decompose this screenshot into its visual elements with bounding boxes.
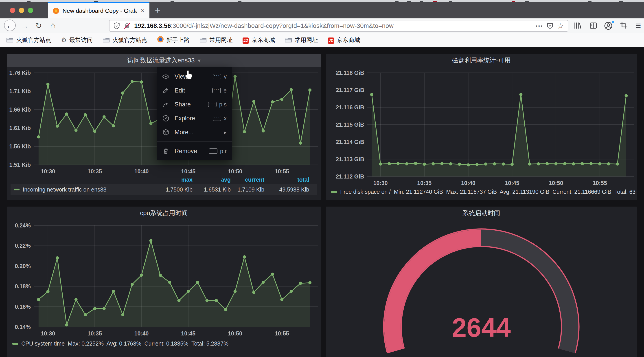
- menu-item-more[interactable]: More...▸: [157, 125, 232, 139]
- legend-header[interactable]: max: [146, 176, 192, 183]
- window-close-button[interactable]: [10, 8, 15, 13]
- grafana-favicon: [53, 8, 59, 14]
- legend-header[interactable]: total: [264, 176, 309, 183]
- legend-swatch: [331, 191, 337, 193]
- bookmark-item-3[interactable]: 新手上路: [157, 36, 190, 44]
- svg-text:21.117 GiB: 21.117 GiB: [336, 87, 364, 93]
- panel-menu-caret-icon[interactable]: ▾: [198, 58, 200, 64]
- account-icon[interactable]: [604, 22, 612, 30]
- menu-shortcut: p s: [219, 101, 227, 108]
- panel-title-network[interactable]: 访问数据流量进入ens33▾: [7, 54, 321, 67]
- bookmark-item-1[interactable]: ⚙最常访问: [61, 36, 93, 44]
- legend-series-name[interactable]: Incoming network traffic on ens33: [23, 186, 106, 193]
- svg-text:10:45: 10:45: [181, 330, 196, 336]
- grafana-dashboard: 访问数据流量进入ens33▾ 1.76 Kib1.71 Kib1.66 Kib1…: [0, 47, 644, 357]
- folder-icon: [285, 37, 292, 43]
- panel-title-cpu[interactable]: cpu系统占用时间: [7, 207, 321, 220]
- url-path: :3000/d/-jnlszjWz/new-dashboard-copy?org…: [171, 22, 394, 29]
- legend-cpu[interactable]: CPU system timeMax: 0.2252% Avg: 0.1763%…: [12, 340, 320, 347]
- disk-usage-chart[interactable]: 21.118 GiB21.117 GiB21.116 GiB21.115 GiB…: [326, 67, 637, 187]
- bookmark-label: 最常访问: [69, 36, 93, 44]
- cpu-chart[interactable]: 0.24%0.22%0.20%0.18%0.16%0.14%10:3010:35…: [7, 220, 321, 337]
- submenu-arrow-icon: ▸: [224, 129, 227, 136]
- library-icon[interactable]: [574, 22, 582, 30]
- bookmark-item-2[interactable]: 火狐官方站点: [102, 36, 148, 44]
- menu-item-view[interactable]: Viewv: [157, 70, 232, 84]
- legend-series-row[interactable]: Incoming network traffic on ens331.7500 …: [10, 184, 317, 195]
- bookmark-item-0[interactable]: 火狐官方站点: [6, 36, 51, 44]
- hamburger-menu-icon[interactable]: ≡: [636, 20, 641, 31]
- window-minimize-button[interactable]: [19, 8, 24, 13]
- url-text[interactable]: 192.168.3.56:3000/d/-jnlszjWz/new-dashbo…: [134, 22, 532, 30]
- bookmark-label: 常用网址: [294, 36, 318, 44]
- page-actions-icon[interactable]: ⋯: [536, 22, 543, 30]
- new-tab-button[interactable]: +: [155, 5, 161, 16]
- legend-disk[interactable]: Free disk space on /Min: 21.112740 GiB M…: [331, 189, 636, 195]
- forward-button[interactable]: →: [21, 21, 29, 31]
- legend-value: 1.7109 Kib: [231, 186, 264, 193]
- tracking-protection-shield-icon[interactable]: [114, 22, 120, 30]
- svg-text:1.71 Kib: 1.71 Kib: [9, 88, 31, 94]
- browser-tab[interactable]: New dashboard Copy - Grafana ×: [48, 2, 150, 19]
- panel-title-uptime[interactable]: 系统启动时间: [326, 207, 637, 220]
- svg-text:10:55: 10:55: [592, 180, 607, 186]
- svg-text:21.115 GiB: 21.115 GiB: [336, 122, 364, 128]
- svg-text:10:45: 10:45: [505, 180, 519, 186]
- legend-series-name[interactable]: Free disk space on /: [340, 189, 391, 195]
- tab-close-icon[interactable]: ×: [140, 8, 144, 14]
- toolbar-divider: [632, 21, 632, 31]
- legend-series-name[interactable]: CPU system time: [21, 340, 64, 347]
- gauge-value: 2644: [452, 313, 511, 342]
- insecure-lock-icon[interactable]: [124, 22, 130, 30]
- legend-header[interactable]: current: [231, 176, 264, 183]
- svg-text:10:55: 10:55: [275, 168, 289, 174]
- svg-text:10:55: 10:55: [275, 330, 289, 336]
- bookmark-item-5[interactable]: JD京东商城: [242, 36, 275, 44]
- legend-value: 1.6531 Kib: [192, 186, 231, 193]
- menu-item-explore[interactable]: Explorex: [157, 111, 232, 125]
- window-zoom-button[interactable]: [28, 8, 33, 13]
- jd-icon: JD: [242, 36, 249, 44]
- menu-item-remove[interactable]: Removep r: [157, 144, 232, 158]
- svg-text:0.24%: 0.24%: [15, 222, 31, 229]
- panel-context-menu: ViewvEditeSharep sExplorexMore...▸Remove…: [157, 67, 232, 160]
- screenshot-crop-icon[interactable]: [620, 22, 628, 29]
- menu-item-label: More...: [174, 129, 194, 136]
- keyboard-icon: [213, 74, 221, 79]
- url-host: 192.168.3.56: [134, 22, 171, 29]
- bookmark-label: 京东商城: [252, 36, 275, 44]
- bookmark-star-icon[interactable]: ☆: [557, 22, 564, 30]
- url-bar[interactable]: 192.168.3.56:3000/d/-jnlszjWz/new-dashbo…: [109, 20, 568, 32]
- line-chart-svg: 0.24%0.22%0.20%0.18%0.16%0.14%10:3010:35…: [7, 220, 321, 337]
- menu-shortcut: p r: [220, 148, 227, 154]
- panel-uptime-gauge: 系统启动时间 2644: [326, 207, 637, 357]
- legend-value: 49.5938 Kib: [264, 186, 309, 193]
- macos-menubar: [0, 0, 644, 2]
- legend-stats: Min: 21.112740 GiB Max: 21.116737 GiB Av…: [394, 189, 636, 195]
- menu-item-label: Edit: [174, 87, 185, 94]
- home-button[interactable]: ⌂: [50, 20, 56, 30]
- bookmark-item-6[interactable]: 常用网址: [285, 36, 318, 44]
- menu-item-edit[interactable]: Edite: [157, 84, 232, 98]
- legend-header[interactable]: avg: [192, 176, 231, 183]
- bookmarks-bar: 火狐官方站点⚙最常访问火狐官方站点新手上路常用网址JD京东商城常用网址JD京东商…: [0, 33, 644, 47]
- keyboard-icon: [209, 148, 218, 154]
- folder-icon: [6, 37, 14, 43]
- cube-icon: [162, 129, 170, 136]
- pocket-icon[interactable]: [546, 23, 553, 29]
- uptime-gauge: 2644: [326, 220, 637, 357]
- sidebar-icon[interactable]: [589, 22, 597, 30]
- panel-title-disk[interactable]: 磁盘利用率统计-可用: [326, 54, 637, 67]
- menu-item-share[interactable]: Sharep s: [157, 98, 232, 111]
- svg-text:10:50: 10:50: [549, 180, 563, 186]
- explore-icon: [162, 115, 170, 122]
- bookmark-item-4[interactable]: 常用网址: [200, 36, 233, 44]
- back-button[interactable]: ←: [4, 20, 16, 31]
- legend-stats: Max: 0.2252% Avg: 0.1763% Current: 0.183…: [68, 340, 228, 347]
- bookmark-item-7[interactable]: JD京东商城: [328, 36, 360, 44]
- bookmark-label: 京东商城: [337, 36, 360, 44]
- keyboard-icon: [213, 116, 221, 121]
- menu-shortcut: e: [224, 87, 227, 94]
- reload-button[interactable]: ↻: [36, 21, 42, 30]
- eye-icon: [162, 73, 170, 80]
